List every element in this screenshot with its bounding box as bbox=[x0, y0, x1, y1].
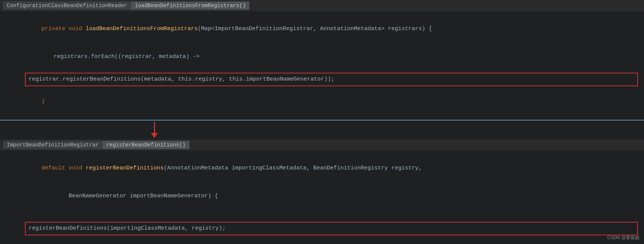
panel-2-class-name: ImportBeanDefinitionRegistrar bbox=[3, 141, 103, 149]
panel-1-method-name: loadBeanDefinitionsFromRegistrars() bbox=[131, 2, 249, 10]
code-line bbox=[0, 237, 644, 244]
line-number bbox=[0, 210, 11, 211]
keyword: void bbox=[69, 26, 86, 32]
code-text: (Map<ImportBeanDefinitionRegistrar, Anno… bbox=[198, 26, 432, 32]
panel-2-header: ImportBeanDefinitionRegistrar registerBe… bbox=[0, 139, 644, 151]
panel-1-code: private void loadBeanDefinitionsFromRegi… bbox=[0, 11, 644, 120]
arrow-1-container bbox=[0, 120, 644, 139]
watermark: CSDN @黄俊懿 bbox=[607, 235, 639, 241]
line-number bbox=[0, 155, 11, 155]
line-text: default void registerBeanDefinitions(Ann… bbox=[11, 155, 644, 182]
code-line bbox=[0, 210, 644, 220]
panel-1-header: ConfigurationClassBeanDefinitionReader l… bbox=[0, 0, 644, 11]
highlight-box: registrar.registerBeanDefinitions(metada… bbox=[25, 73, 638, 86]
highlighted-code-line-2: registerBeanDefinitions(importingClassMe… bbox=[0, 220, 644, 237]
highlight-box-2: registerBeanDefinitions(importingClassMe… bbox=[25, 222, 638, 235]
panel-2-method-name: registerBeanDefinitions() bbox=[103, 141, 189, 149]
line-number bbox=[0, 220, 11, 221]
panel-2: ImportBeanDefinitionRegistrar registerBe… bbox=[0, 139, 644, 244]
highlighted-text: registrar.registerBeanDefinitions(metada… bbox=[29, 76, 334, 82]
line-number bbox=[0, 238, 11, 238]
line-text: BeanNameGenerator importBeanNameGenerato… bbox=[11, 183, 644, 210]
arrow-shaft bbox=[154, 122, 155, 133]
code-text: (AnnotationMetadata importingClassMetada… bbox=[164, 165, 422, 171]
code-text: registrars.forEach((registrar, metadata)… bbox=[54, 53, 200, 60]
line-number bbox=[0, 183, 11, 183]
function-name: registerBeanDefinitions bbox=[86, 165, 164, 171]
arrow-head bbox=[151, 133, 158, 138]
line-text: } bbox=[11, 88, 644, 116]
keyword: void bbox=[69, 165, 86, 171]
panel-2-code: default void registerBeanDefinitions(Ann… bbox=[0, 151, 644, 244]
panel-1: ConfigurationClassBeanDefinitionReader l… bbox=[0, 0, 644, 120]
code-line: private void loadBeanDefinitionsFromRegi… bbox=[0, 15, 644, 43]
keyword: default bbox=[41, 165, 69, 171]
down-arrow-1 bbox=[151, 122, 158, 138]
highlighted-text-2: registerBeanDefinitions(importingClassMe… bbox=[29, 225, 226, 232]
line-number bbox=[0, 43, 11, 44]
highlighted-code-line: registrar.registerBeanDefinitions(metada… bbox=[0, 71, 644, 88]
panel-1-class-name: ConfigurationClassBeanDefinitionReader bbox=[3, 2, 131, 10]
keyword: } bbox=[41, 99, 45, 105]
line-text bbox=[11, 238, 644, 244]
line-number bbox=[0, 15, 11, 16]
line-text: private void loadBeanDefinitionsFromRegi… bbox=[11, 15, 644, 43]
line-text bbox=[11, 210, 644, 220]
code-text: BeanNameGenerator importBeanNameGenerato… bbox=[69, 193, 218, 199]
function-name: loadBeanDefinitionsFromRegistrars bbox=[86, 26, 198, 32]
keyword: private bbox=[41, 26, 69, 32]
code-line: } bbox=[0, 88, 644, 116]
code-line: BeanNameGenerator importBeanNameGenerato… bbox=[0, 182, 644, 210]
line-text: registrars.forEach((registrar, metadata)… bbox=[11, 43, 644, 70]
line-number bbox=[0, 71, 11, 72]
code-line: registrars.forEach((registrar, metadata)… bbox=[0, 43, 644, 71]
code-line: default void registerBeanDefinitions(Ann… bbox=[0, 154, 644, 182]
line-number bbox=[0, 88, 11, 89]
